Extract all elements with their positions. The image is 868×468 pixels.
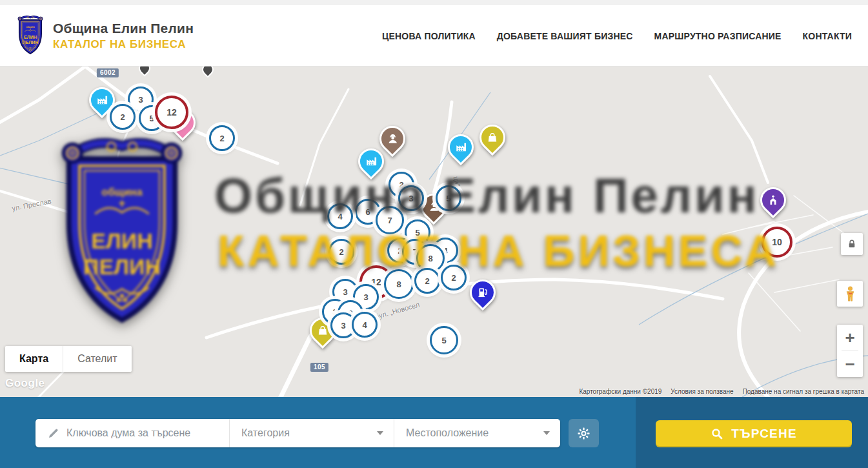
- lock-button[interactable]: [841, 233, 863, 255]
- search-submit-button[interactable]: ТЪРСЕНЕ: [656, 420, 852, 447]
- map-cluster-marker[interactable]: 4: [352, 312, 378, 338]
- site-header: Община Елин Пелин КАТАЛОГ НА БИЗНЕСА ЦЕН…: [0, 5, 868, 66]
- zoom-in-button[interactable]: +: [837, 325, 863, 351]
- map-cluster-marker[interactable]: 5: [436, 185, 461, 211]
- report-error-link[interactable]: Подаване на сигнал за грешка в картата: [743, 388, 864, 395]
- map-cluster-marker[interactable]: 4: [327, 203, 353, 229]
- keyword-search-input[interactable]: [66, 427, 221, 439]
- chevron-down-icon: [543, 431, 550, 435]
- category-dropdown[interactable]: Категория: [229, 419, 394, 447]
- map-cluster-marker[interactable]: 3: [398, 185, 424, 211]
- map-cluster-marker[interactable]: 2: [209, 125, 235, 151]
- search-icon: [711, 427, 723, 440]
- map-cluster-marker[interactable]: 2: [441, 265, 467, 290]
- map-cluster-marker[interactable]: 8: [384, 269, 414, 299]
- map-cluster-marker[interactable]: 5: [430, 326, 458, 354]
- keyword-field[interactable]: [35, 419, 229, 447]
- maptype-map-button[interactable]: Карта: [5, 346, 63, 372]
- attribution-copyright: Картографски данни ©2019: [579, 388, 661, 395]
- zoom-out-button[interactable]: −: [837, 351, 863, 377]
- zoom-control: + −: [837, 325, 863, 377]
- search-submit-label: ТЪРСЕНЕ: [731, 427, 797, 441]
- google-logo[interactable]: Google: [5, 377, 45, 390]
- padlock-icon: [847, 239, 857, 249]
- terms-link[interactable]: Условия за ползване: [671, 388, 733, 395]
- gear-icon: [577, 427, 590, 440]
- map-cluster-marker[interactable]: 2: [414, 268, 440, 294]
- location-dropdown-value: Местоположение: [394, 427, 489, 439]
- nav-item[interactable]: ДОБАВЕТЕ ВАШИЯТ БИЗНЕС: [497, 31, 633, 41]
- street-view-pegman-button[interactable]: [837, 281, 863, 307]
- nav-item[interactable]: МАРШРУТНО РАЗПИСАНИЕ: [654, 31, 782, 41]
- municipality-emblem-icon: [15, 15, 45, 56]
- site-logo[interactable]: Община Елин Пелин КАТАЛОГ НА БИЗНЕСА: [15, 15, 194, 56]
- site-subtitle: КАТАЛОГ НА БИЗНЕСА: [53, 38, 194, 51]
- site-title: Община Елин Пелин: [53, 21, 194, 36]
- map-cluster-marker[interactable]: 7: [376, 206, 404, 234]
- advanced-settings-button[interactable]: [569, 419, 599, 447]
- map-canvas[interactable]: 325122235647522748128223338345106002105у…: [0, 66, 868, 397]
- pencil-icon: [47, 427, 60, 440]
- main-nav: ЦЕНОВА ПОЛИТИКАДОБАВЕТЕ ВАШИЯТ БИЗНЕСМАР…: [382, 5, 852, 66]
- search-fields: Категория Местоположение: [35, 419, 560, 447]
- road-number-label: 105: [310, 363, 328, 372]
- map-cluster-marker[interactable]: 12: [155, 96, 188, 129]
- map-cluster-marker[interactable]: 2: [328, 239, 354, 265]
- category-dropdown-value: Категория: [230, 427, 290, 439]
- map-attribution: Картографски данни ©2019 Условия за полз…: [579, 388, 864, 395]
- maptype-satellite-button[interactable]: Сателит: [63, 346, 131, 372]
- chevron-down-icon: [377, 431, 383, 435]
- nav-item[interactable]: КОНТАКТИ: [803, 31, 852, 41]
- road-number-label: 6002: [97, 68, 119, 77]
- map-cluster-marker[interactable]: 2: [110, 104, 136, 130]
- location-dropdown[interactable]: Местоположение: [394, 419, 560, 447]
- maptype-control: Карта Сателит: [5, 346, 132, 372]
- search-panel: Категория Местоположение: [0, 397, 868, 468]
- pegman-icon: [842, 285, 859, 303]
- map-cluster-marker[interactable]: 10: [762, 227, 792, 258]
- nav-item[interactable]: ЦЕНОВА ПОЛИТИКА: [382, 31, 476, 41]
